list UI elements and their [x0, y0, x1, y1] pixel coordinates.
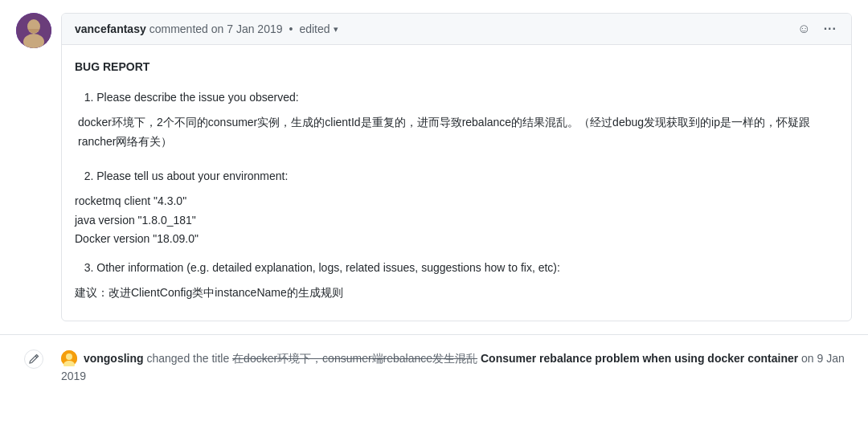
section1-content: docker环境下，2个不同的consumer实例，生成的clientId是重复… [78, 113, 838, 152]
page-container: vancefantasy commented on 7 Jan 2019 • e… [0, 0, 868, 398]
activity-action-text: changed the title [146, 352, 229, 365]
edited-label[interactable]: edited [299, 22, 330, 35]
activity-icon-column [16, 348, 51, 369]
separator: • [289, 22, 293, 35]
comment-author[interactable]: vancefantasy [75, 22, 146, 35]
activity-content: vongosling changed the title 在docker环境下，… [61, 348, 852, 386]
avatar-image [16, 13, 51, 48]
avatar [16, 13, 51, 48]
comment-action: commented on 7 Jan 2019 [149, 22, 283, 35]
edited-chevron[interactable]: ▾ [334, 24, 338, 35]
comment-meta: vancefantasy commented on 7 Jan 2019 • e… [75, 22, 338, 35]
comment-header: vancefantasy commented on 7 Jan 2019 • e… [62, 14, 851, 45]
section1-heading: 1. Please describe the issue you observe… [75, 88, 838, 106]
comment-card: vancefantasy commented on 7 Jan 2019 • e… [61, 13, 852, 321]
comment-block: vancefantasy commented on 7 Jan 2019 • e… [0, 0, 868, 335]
section2-heading: 2. Please tell us about your environment… [75, 167, 838, 185]
comment-actions: ☺ ··· [796, 20, 838, 38]
activity-new-title: Consumer rebalance problem when using do… [481, 352, 798, 365]
env-info: rocketmq client "4.3.0" java version "1.… [75, 192, 838, 249]
activity-old-title: 在docker环境下，consumer端rebalance发生混乱 [232, 352, 477, 365]
bug-report-title: BUG REPORT [75, 58, 838, 76]
activity-user-avatar [61, 350, 77, 366]
pencil-icon [24, 349, 43, 369]
activity-block: vongosling changed the title 在docker环境下，… [0, 335, 868, 398]
more-options-button[interactable]: ··· [822, 20, 838, 38]
env-line-1: rocketmq client "4.3.0" [75, 192, 838, 211]
comment-body: BUG REPORT 1. Please describe the issue … [62, 45, 851, 321]
env-line-3: Docker version "18.09.0" [75, 230, 838, 249]
avatar-column [16, 13, 51, 321]
env-line-2: java version "1.8.0_181" [75, 211, 838, 231]
activity-username[interactable]: vongosling [84, 352, 144, 365]
emoji-button[interactable]: ☺ [796, 21, 812, 37]
section3-heading: 3. Other information (e.g. detailed expl… [75, 259, 838, 276]
section3-content: 建议：改进ClientConfig类中instanceName的生成规则 [75, 284, 838, 301]
svg-point-5 [66, 353, 72, 360]
